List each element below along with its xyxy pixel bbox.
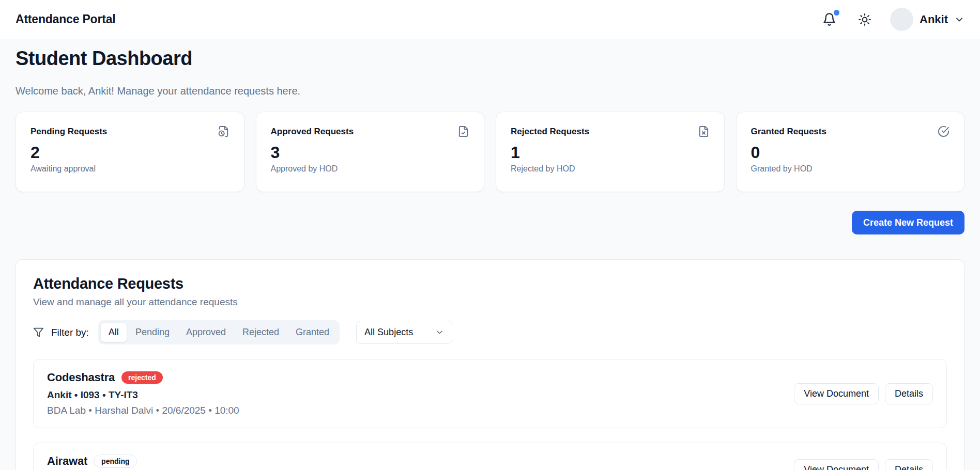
attendance-requests-panel: Attendance Requests View and manage all … (16, 259, 964, 470)
request-info: Airawat pending Ankit • I093 • TY-IT3 (47, 455, 138, 470)
stat-card-pending: Pending Requests 2 Awaiting approval (16, 112, 244, 192)
avatar (890, 8, 913, 31)
page-title: Student Dashboard (16, 48, 964, 70)
stat-subtext: Awaiting approval (30, 164, 229, 174)
app-title: Attendance Portal (16, 12, 115, 26)
chevron-down-icon (954, 14, 964, 25)
file-check-icon (457, 126, 469, 137)
sun-icon (858, 13, 871, 26)
view-document-button[interactable]: View Document (794, 383, 879, 404)
panel-title: Attendance Requests (33, 275, 947, 292)
stat-subtext: Rejected by HOD (511, 164, 710, 174)
filter-label: Filter by: (51, 327, 89, 338)
stat-label: Granted Requests (751, 127, 826, 137)
stat-label: Approved Requests (271, 127, 354, 137)
request-info: Codeshastra rejected Ankit • I093 • TY-I… (47, 371, 239, 416)
tab-rejected[interactable]: Rejected (235, 323, 287, 342)
chevron-down-icon (435, 328, 444, 337)
request-actions: View Document Details (794, 459, 933, 470)
request-card-codeshastra: Codeshastra rejected Ankit • I093 • TY-I… (33, 359, 947, 428)
stat-value: 3 (271, 144, 470, 162)
file-clock-icon (218, 126, 229, 137)
welcome-message: Welcome back, Ankit! Manage your attenda… (16, 85, 964, 97)
details-button[interactable]: Details (885, 383, 933, 404)
tab-all[interactable]: All (101, 323, 127, 342)
filter-row: Filter by: All Pending Approved Rejected… (33, 320, 947, 344)
stat-label: Rejected Requests (511, 127, 589, 137)
user-menu[interactable]: Ankit (890, 8, 964, 31)
top-navigation-bar: Attendance Portal Ankit (0, 0, 980, 39)
tab-granted[interactable]: Granted (288, 323, 337, 342)
request-title: Codeshastra (47, 371, 115, 384)
actions-row: Create New Request (16, 211, 964, 234)
panel-subtitle: View and manage all your attendance requ… (33, 296, 947, 308)
topbar-actions: Ankit (819, 8, 964, 31)
stat-value: 2 (30, 144, 229, 162)
notification-dot (834, 10, 839, 15)
details-button[interactable]: Details (885, 459, 933, 470)
request-title: Airawat (47, 455, 87, 468)
stat-card-rejected: Rejected Requests 1 Rejected by HOD (496, 112, 725, 192)
status-badge: rejected (121, 371, 163, 384)
request-student-info: Ankit • I093 • TY-IT3 (47, 389, 239, 401)
create-new-request-button[interactable]: Create New Request (852, 211, 964, 234)
stats-row: Pending Requests 2 Awaiting approval App… (16, 112, 964, 192)
notifications-button[interactable] (819, 9, 839, 29)
stat-value: 1 (511, 144, 710, 162)
main-content: Student Dashboard Welcome back, Ankit! M… (0, 39, 980, 470)
user-name: Ankit (920, 13, 948, 26)
circle-check-icon (938, 126, 950, 137)
tab-approved[interactable]: Approved (178, 323, 234, 342)
stat-subtext: Approved by HOD (271, 164, 470, 174)
stat-subtext: Granted by HOD (751, 164, 950, 174)
filter-icon (33, 327, 44, 338)
view-document-button[interactable]: View Document (794, 459, 879, 470)
status-filter-tabs: All Pending Approved Rejected Granted (98, 320, 340, 344)
request-card-airawat: Airawat pending Ankit • I093 • TY-IT3 Vi… (33, 443, 947, 470)
tab-pending[interactable]: Pending (128, 323, 177, 342)
request-actions: View Document Details (794, 383, 933, 404)
subject-filter-value: All Subjects (364, 327, 413, 338)
stat-card-approved: Approved Requests 3 Approved by HOD (256, 112, 485, 192)
stat-label: Pending Requests (30, 127, 107, 137)
stat-card-granted: Granted Requests 0 Granted by HOD (736, 112, 965, 192)
file-x-icon (698, 126, 710, 137)
status-badge: pending (94, 455, 136, 468)
subject-filter-select[interactable]: All Subjects (356, 321, 452, 344)
theme-toggle-button[interactable] (855, 10, 875, 29)
request-class-info: BDA Lab • Harshal Dalvi • 20/6/2025 • 10… (47, 405, 239, 416)
stat-value: 0 (751, 144, 950, 162)
